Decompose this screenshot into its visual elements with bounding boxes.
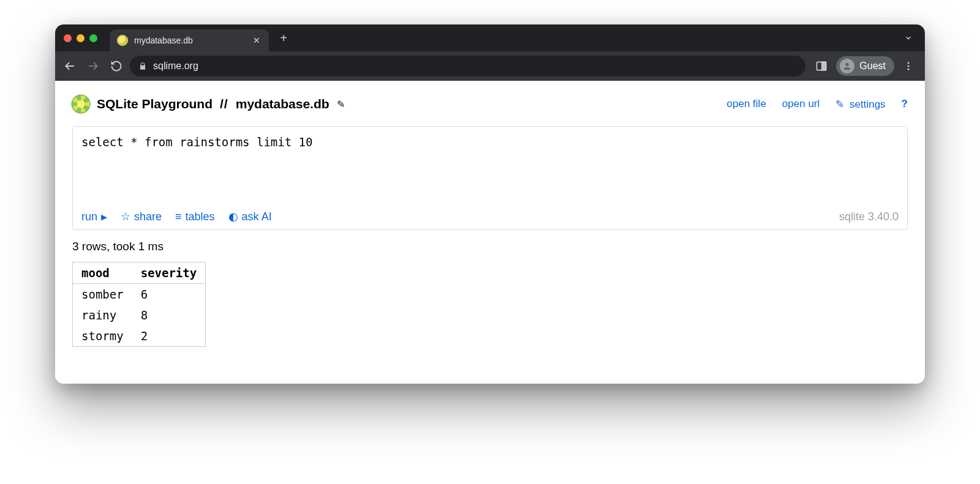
browser-menu-button[interactable] <box>900 58 916 74</box>
result-status: 3 rows, took 1 ms <box>72 240 908 253</box>
svg-point-4 <box>846 63 849 66</box>
cell-mood: rainy <box>73 305 132 326</box>
list-icon: ≡ <box>175 210 182 223</box>
result-table: mood severity somber 6 rainy 8 stormy 2 <box>72 262 206 347</box>
table-header-row: mood severity <box>73 262 206 284</box>
cell-mood: stormy <box>73 326 132 347</box>
share-label: share <box>134 210 162 223</box>
ask-ai-button[interactable]: ◐ ask AI <box>228 210 272 223</box>
play-icon: ▶ <box>101 212 107 222</box>
browser-window: mydatabase.db ✕ + <box>55 24 925 384</box>
rename-db-button[interactable]: ✎ <box>337 99 345 110</box>
editor-footer: run ▶ ☆ share ≡ tables ◐ ask AI <box>73 204 907 229</box>
run-button[interactable]: run ▶ <box>81 210 107 223</box>
open-url-link[interactable]: open url <box>782 98 820 110</box>
lock-icon <box>138 62 147 70</box>
tab-title: mydatabase.db <box>134 35 244 45</box>
toolbar-right: Guest <box>813 56 916 76</box>
tables-button[interactable]: ≡ tables <box>175 210 215 223</box>
tab-close-icon[interactable]: ✕ <box>251 34 263 47</box>
table-row: stormy 2 <box>73 326 206 347</box>
page-header: SQLite Playground // mydatabase.db ✎ ope… <box>72 95 908 113</box>
app-title: SQLite Playground <box>97 97 213 111</box>
svg-point-7 <box>908 69 910 70</box>
browser-toolbar: sqlime.org Guest <box>55 51 925 81</box>
sql-editor[interactable] <box>73 127 907 201</box>
avatar-icon <box>840 59 854 73</box>
star-icon: ☆ <box>121 210 130 223</box>
nav-buttons <box>64 60 123 72</box>
side-panel-icon[interactable] <box>813 58 830 75</box>
column-header: severity <box>132 262 206 284</box>
settings-link[interactable]: ✎ settings <box>835 98 885 111</box>
window-controls <box>64 34 97 42</box>
ai-icon: ◐ <box>228 210 238 223</box>
tab-overflow-icon[interactable] <box>897 34 920 42</box>
open-file-link[interactable]: open file <box>727 98 766 110</box>
header-links: open file open url ✎ settings ? <box>727 98 908 111</box>
settings-label: settings <box>850 99 886 110</box>
cell-severity: 6 <box>132 284 206 305</box>
cell-mood: somber <box>73 284 132 305</box>
cell-severity: 2 <box>132 326 206 347</box>
svg-point-5 <box>908 62 910 64</box>
tables-label: tables <box>186 210 215 223</box>
table-row: somber 6 <box>73 284 206 305</box>
tab-favicon-icon <box>117 35 128 46</box>
address-bar-url: sqlime.org <box>153 61 198 72</box>
svg-rect-3 <box>822 62 826 70</box>
profile-guest-button[interactable]: Guest <box>836 56 894 76</box>
title-separator: // <box>220 97 228 111</box>
column-header: mood <box>73 262 132 284</box>
page-content: SQLite Playground // mydatabase.db ✎ ope… <box>55 81 925 384</box>
profile-label: Guest <box>859 61 886 72</box>
window-minimize-icon[interactable] <box>77 34 85 42</box>
sqlite-version: sqlite 3.40.0 <box>839 210 899 223</box>
tab-strip: mydatabase.db ✕ + <box>55 24 925 51</box>
svg-point-6 <box>908 65 910 67</box>
window-maximize-icon[interactable] <box>89 34 97 42</box>
ask-ai-label: ask AI <box>242 210 272 223</box>
address-bar[interactable]: sqlime.org <box>130 56 805 76</box>
page-title-group: SQLite Playground // mydatabase.db ✎ <box>72 95 345 113</box>
run-label: run <box>81 210 97 223</box>
table-row: rainy 8 <box>73 305 206 326</box>
share-button[interactable]: ☆ share <box>121 210 162 223</box>
nav-forward-button[interactable] <box>87 60 99 72</box>
nav-reload-button[interactable] <box>110 60 123 72</box>
app-logo-icon <box>72 95 89 113</box>
browser-chrome: mydatabase.db ✕ + <box>55 24 925 81</box>
settings-icon: ✎ <box>835 99 844 110</box>
help-link[interactable]: ? <box>902 98 908 110</box>
editor-card: run ▶ ☆ share ≡ tables ◐ ask AI <box>72 126 908 230</box>
browser-tab[interactable]: mydatabase.db ✕ <box>110 29 269 51</box>
nav-back-button[interactable] <box>64 60 76 72</box>
db-name: mydatabase.db <box>236 97 330 111</box>
window-close-icon[interactable] <box>64 34 72 42</box>
new-tab-button[interactable]: + <box>275 29 292 47</box>
cell-severity: 8 <box>132 305 206 326</box>
